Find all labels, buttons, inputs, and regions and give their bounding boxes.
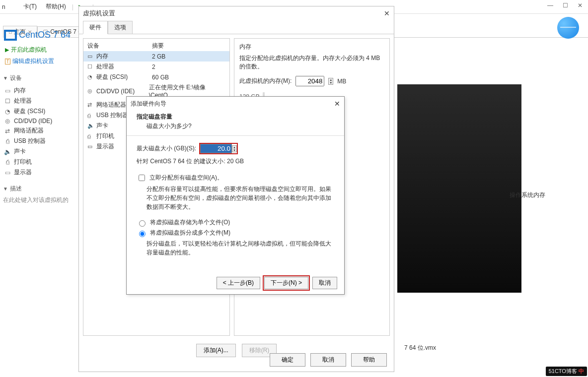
edit-icon: 🅃 <box>5 59 10 64</box>
chevron-down-icon: ▼ <box>3 186 8 191</box>
multi-file-row[interactable]: 将虚拟磁盘拆分成多个文件(M) <box>137 229 334 237</box>
back-button[interactable]: < 上一步(B) <box>217 277 260 289</box>
sidebar-device-item[interactable]: 🔈声卡 <box>3 146 76 157</box>
device-row[interactable]: ◔硬盘 (SCSI)60 GB <box>83 72 229 82</box>
device-name: 硬盘 (SCSI) <box>96 73 128 81</box>
memory-label: 此虚拟机的内存(M): <box>239 77 292 85</box>
sidebar-device-item[interactable]: ⎙USB 控制器 <box>3 136 76 146</box>
settings-tabs: 硬件 选项 <box>79 20 394 34</box>
power-on-action[interactable]: ▶ 开启此虚拟机 <box>3 44 76 56</box>
single-file-row[interactable]: 将虚拟磁盘存储为单个文件(O) <box>137 218 334 227</box>
allocate-explanation: 分配所有容量可以提高性能，但要求所有物理磁盘空间立即可用。如果不立即分配所有空间… <box>147 185 334 211</box>
device-name: 处理器 <box>96 63 114 71</box>
device-icon: ⎙ <box>87 133 94 139</box>
device-name: 显示器 <box>96 142 114 151</box>
play-icon: ▶ <box>5 47 9 53</box>
settings-titlebar: 虚拟机设置 ✕ <box>79 6 394 20</box>
device-icon: ◔ <box>4 108 11 115</box>
vm-icon <box>5 31 16 40</box>
device-row[interactable]: ▭内存2 GB <box>83 51 229 62</box>
next-button[interactable]: 下一步(N) > <box>264 277 308 289</box>
separator: | <box>72 3 74 10</box>
device-summary: 2 GB <box>152 53 165 60</box>
left-sidebar: CentOS 7 64 ▶ 开启此虚拟机 🅃 编辑虚拟机设置 ▼ 设备 ▭内存☐… <box>3 27 76 204</box>
devices-section: ▼ 设备 ▭内存☐处理器◔硬盘 (SCSI)◎CD/DVD (IDE)⇄网络适配… <box>3 74 76 178</box>
minimize-button[interactable]: — <box>545 2 555 9</box>
help-button[interactable]: 帮助 <box>351 353 387 367</box>
sidebar-device-item[interactable]: ▭显示器 <box>3 167 76 178</box>
devices-header[interactable]: ▼ 设备 <box>3 74 76 82</box>
window-controls: — ☐ ✕ <box>545 2 585 9</box>
device-label: USB 控制器 <box>14 137 46 145</box>
sidebar-device-item[interactable]: ◎CD/DVD (IDE) <box>3 117 76 126</box>
device-label: 处理器 <box>14 97 32 105</box>
device-icon: ⎙ <box>4 159 11 166</box>
wizard-buttons: < 上一步(B) 下一步(N) > 取消 <box>217 277 337 289</box>
device-label: 内存 <box>14 86 26 95</box>
device-row[interactable]: ☐处理器2 <box>83 62 229 72</box>
device-label: 显示器 <box>14 168 32 177</box>
col-summary: 摘要 <box>152 42 164 50</box>
sidebar-device-item[interactable]: ☐处理器 <box>3 96 76 106</box>
vm-title-text: CentOS 7 64 <box>19 30 71 40</box>
watermark-cn: 中 <box>579 368 584 374</box>
device-name: 打印机 <box>96 132 114 140</box>
recommended-size: 针对 CentOS 7 64 位 的建议大小: 20 GB <box>137 157 334 166</box>
device-icon: ◔ <box>87 74 94 80</box>
multi-file-explanation: 拆分磁盘后，可以更轻松地在计算机之间移动虚拟机，但可能会降低大容量磁盘的性能。 <box>147 239 334 257</box>
device-icon: ⎙ <box>87 113 94 119</box>
chevron-down-icon: ▼ <box>3 75 8 81</box>
close-icon[interactable]: ✕ <box>384 9 390 17</box>
ok-button[interactable]: 确定 <box>270 353 305 367</box>
cancel-button[interactable]: 取消 <box>312 277 337 289</box>
sidebar-device-item[interactable]: ▭内存 <box>3 85 76 96</box>
maximize-button[interactable]: ☐ <box>560 2 570 9</box>
add-button[interactable]: 添加(A)... <box>196 344 236 357</box>
menu-help[interactable]: 帮助(H) <box>43 1 69 12</box>
device-icon: ▭ <box>4 87 11 94</box>
sidebar-device-item[interactable]: ◔硬盘 (SCSI) <box>3 106 76 117</box>
col-device: 设备 <box>87 42 152 50</box>
device-icon: ▭ <box>87 53 94 60</box>
device-name: 网络适配器 <box>96 101 126 109</box>
device-icon: ◎ <box>87 88 94 94</box>
memory-spinner[interactable]: ▲▼ <box>328 78 333 85</box>
disk-size-input[interactable] <box>200 144 232 153</box>
sidebar-device-item[interactable]: ⇄网络适配器 <box>3 126 76 136</box>
power-on-label: 开启此虚拟机 <box>11 46 47 54</box>
edit-settings-action[interactable]: 🅃 编辑虚拟机设置 <box>3 56 76 67</box>
device-icon: ☐ <box>4 98 11 105</box>
allocate-now-row[interactable]: 立即分配所有磁盘空间(A)。 <box>137 174 334 183</box>
vm-title: CentOS 7 64 <box>5 30 76 40</box>
description-header[interactable]: ▼ 描述 <box>3 185 76 193</box>
disk-size-highlight: ▲▼ <box>199 143 238 154</box>
wizard-subheading: 磁盘大小为多少? <box>147 122 334 130</box>
menu-card[interactable]: 卡(T) <box>20 1 40 12</box>
close-icon[interactable]: ✕ <box>334 100 340 108</box>
allocate-now-checkbox[interactable] <box>139 175 145 181</box>
tab-options[interactable]: 选项 <box>108 21 133 34</box>
single-file-radio[interactable] <box>139 220 146 227</box>
device-label: 打印机 <box>14 158 32 166</box>
device-icon: ☐ <box>87 63 94 70</box>
wizard-heading: 指定磁盘容量 <box>137 113 334 121</box>
device-icon: 🔈 <box>87 123 94 129</box>
disk-size-spinner[interactable]: ▲▼ <box>232 145 237 152</box>
device-icon: ◎ <box>4 118 11 125</box>
memory-unit: MB <box>337 78 346 85</box>
close-button[interactable]: ✕ <box>575 2 585 9</box>
cancel-button[interactable]: 取消 <box>310 353 346 367</box>
wizard-title: 添加硬件向导 <box>131 100 166 108</box>
device-list-header: 设备 摘要 <box>83 41 229 51</box>
watermark-text: 51CTO博客 <box>549 368 577 374</box>
multi-file-radio[interactable] <box>139 231 146 237</box>
device-label: 声卡 <box>14 147 26 156</box>
device-name: CD/DVD (IDE) <box>96 88 135 95</box>
memory-input[interactable] <box>295 76 324 86</box>
description-header-label: 描述 <box>10 185 22 193</box>
settings-title: 虚拟机设置 <box>83 9 115 18</box>
sidebar-device-item[interactable]: ⎙打印机 <box>3 157 76 167</box>
add-hardware-wizard: 添加硬件向导 ✕ 指定磁盘容量 磁盘大小为多少? 最大磁盘大小 (GB)(S):… <box>126 96 345 295</box>
device-label: CD/DVD (IDE) <box>14 118 52 125</box>
tab-hardware[interactable]: 硬件 <box>83 21 108 34</box>
